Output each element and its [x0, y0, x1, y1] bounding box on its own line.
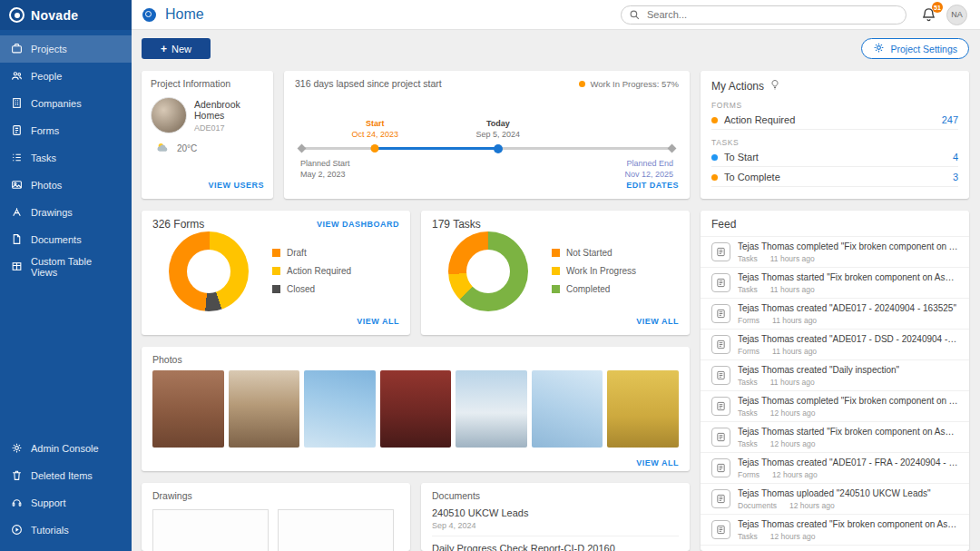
people-icon [11, 70, 23, 84]
main-area: Home 51 NA + New [132, 0, 980, 551]
sidebar-item-drawings[interactable]: Drawings [0, 199, 132, 226]
status-dot [711, 174, 718, 181]
project-name: Adenbrook Homes [194, 99, 264, 121]
sidebar-nav: Projects People Companies Forms Tasks Ph… [0, 35, 132, 280]
photo-thumbnail[interactable] [607, 370, 679, 448]
checklist-icon [11, 152, 23, 165]
action-row-action-required[interactable]: Action Required 247 [711, 110, 958, 130]
photos-title: Photos [152, 354, 679, 365]
view-dashboard-link[interactable]: VIEW DASHBOARD [317, 220, 399, 229]
sidebar-item-label: Support [31, 497, 66, 508]
sidebar-item-photos[interactable]: Photos [0, 172, 132, 199]
new-button[interactable]: + New [142, 38, 211, 59]
planned-start-marker [298, 144, 307, 153]
action-row-to-complete[interactable]: To Complete 3 [711, 167, 958, 187]
tasks-view-all-link[interactable]: VIEW ALL [636, 317, 679, 326]
photo-thumbnail[interactable] [456, 370, 527, 448]
feed-category: Forms [738, 347, 760, 356]
feed-timestamp: 12 hours ago [789, 501, 835, 510]
feed-item[interactable]: Tejas Thomas uploaded "240510 UKCW Leads… [701, 483, 969, 514]
action-row-to-start[interactable]: To Start 4 [711, 147, 958, 167]
documents-title: Documents [432, 490, 679, 501]
status-dot [579, 81, 585, 87]
drawings-title: Drawings [152, 490, 399, 501]
sidebar-item-companies[interactable]: Companies [0, 90, 132, 117]
feed-item[interactable]: Tejas Thomas created "ADE017 - DSD - 202… [701, 329, 969, 359]
user-avatar[interactable]: NA [946, 5, 967, 25]
legend-swatch [272, 267, 280, 275]
edit-dates-link[interactable]: EDIT DATES [626, 181, 679, 190]
sidebar-item-label: Tasks [31, 153, 56, 163]
sidebar-item-tutorials[interactable]: Tutorials [0, 517, 132, 544]
feed-timestamp: 11 hours ago [772, 347, 817, 356]
sidebar-item-deleted-items[interactable]: Deleted Items [0, 462, 132, 489]
document-item[interactable]: Daily Progress Check Report-CI-D 20160 [432, 536, 679, 551]
legend-swatch [272, 249, 280, 257]
feed-item[interactable]: Tejas Thomas started "Fix broken compone… [701, 267, 969, 298]
sidebar-item-support[interactable]: Support [0, 489, 132, 517]
feed-category: Tasks [738, 408, 758, 418]
sidebar-item-label: Deleted Items [31, 470, 93, 481]
sidebar-item-label: Tutorials [31, 525, 69, 536]
my-actions-card: My Actions FORMS Action Required 247 TAS… [701, 71, 969, 199]
drawing-thumbnail[interactable] [152, 509, 269, 551]
feed-item[interactable]: Tejas Thomas completed "Fix broken compo… [701, 236, 969, 267]
sidebar-item-label: Admin Console [31, 443, 99, 454]
photo-thumbnail[interactable] [152, 370, 224, 448]
forms-view-all-link[interactable]: VIEW ALL [357, 317, 399, 326]
photo-thumbnail[interactable] [532, 370, 603, 448]
sidebar-item-documents[interactable]: Documents [0, 226, 132, 253]
temperature: 20°C [177, 143, 197, 153]
legend-item: Draft [272, 248, 351, 258]
feed-category: Tasks [738, 378, 758, 387]
tasks-section-label: TASKS [711, 138, 958, 147]
sidebar-item-forms[interactable]: Forms [0, 117, 132, 144]
photo-thumbnail[interactable] [380, 370, 452, 448]
photo-icon [11, 179, 23, 192]
notification-bell-icon[interactable]: 51 [921, 6, 937, 23]
project-information-title: Project Information [151, 78, 264, 89]
donut-hole [466, 250, 510, 293]
settings-toolbar: Project Settings [701, 38, 969, 59]
sidebar-item-people[interactable]: People [0, 63, 132, 90]
planned-end-label: Planned End Nov 12, 2025 [624, 158, 673, 180]
trash-icon [11, 469, 23, 483]
novade-logo: Novade [0, 0, 132, 30]
sidebar-item-label: Forms [31, 125, 59, 136]
feed-item[interactable]: Tejas Thomas started "Fix broken compone… [701, 421, 969, 452]
status-dot [711, 154, 718, 161]
timeline-title: 316 days lapsed since project start [295, 78, 442, 89]
sidebar-item-tasks[interactable]: Tasks [0, 144, 132, 172]
feed-item[interactable]: Tejas Thomas completed "Fix broken compo… [701, 390, 969, 421]
sidebar-item-admin-console[interactable]: Admin Console [0, 435, 132, 462]
sidebar-item-custom-table-views[interactable]: Custom Table Views [0, 253, 132, 280]
feed-item[interactable]: Tejas Thomas created "ADE017 - FRA - 202… [701, 452, 969, 483]
form-entry-icon [711, 428, 730, 447]
document-item[interactable]: 240510 UKCW Leads Sep 4, 2024 [432, 501, 679, 536]
briefcase-icon [11, 43, 23, 56]
photos-card: Photos VIEW ALL [142, 347, 690, 471]
to-complete-count: 3 [953, 172, 958, 182]
planned-start-label: Planned Start May 2, 2023 [300, 158, 350, 180]
feed-item[interactable]: Tejas Thomas created "ADE017 - 20240904 … [701, 298, 969, 329]
feed-item[interactable]: Tejas Thomas created "Fix broken compone… [701, 545, 969, 551]
form-icon [11, 124, 23, 138]
project-settings-button[interactable]: Project Settings [861, 38, 969, 59]
timeline-track: Start Oct 24, 2023 Today Sep 5, 2024 [300, 89, 673, 175]
app-window: Novade Projects People Companies Forms T… [0, 0, 980, 551]
start-marker-label: Start Oct 24, 2023 [351, 118, 398, 140]
gear-icon [873, 42, 885, 55]
sidebar-item-label: Documents [31, 234, 82, 245]
view-users-link[interactable]: VIEW USERS [208, 181, 264, 190]
legend-swatch [552, 249, 560, 257]
feed-item[interactable]: Tejas Thomas created "Daily inspection" … [701, 359, 969, 390]
drawings-card: Drawings [142, 483, 410, 551]
drawing-thumbnail[interactable] [278, 509, 394, 551]
photos-view-all-link[interactable]: VIEW ALL [636, 458, 679, 467]
feed-item[interactable]: Tejas Thomas created "Fix broken compone… [701, 514, 969, 545]
planned-end-marker [668, 144, 677, 153]
sidebar-item-projects[interactable]: Projects [0, 35, 132, 63]
photo-thumbnail[interactable] [304, 370, 376, 448]
photo-thumbnail[interactable] [229, 370, 300, 448]
search-input[interactable] [621, 5, 906, 25]
